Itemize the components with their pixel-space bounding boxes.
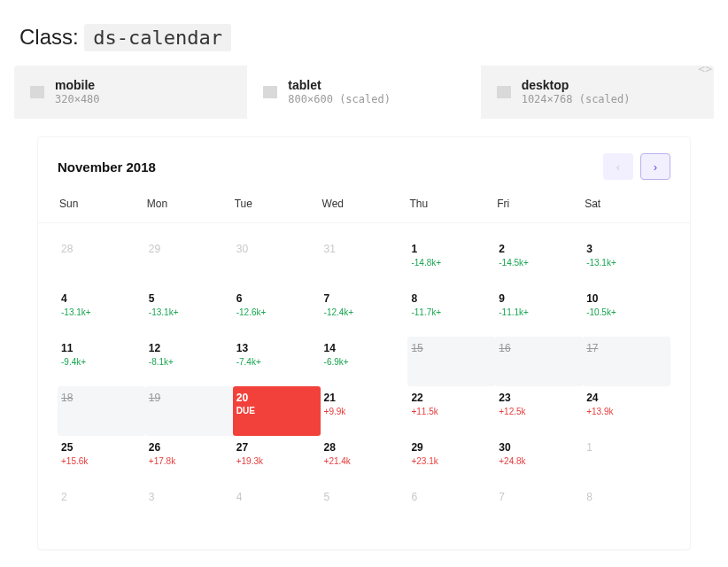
calendar-cell[interactable]: 3-13.1k+ (583, 237, 670, 287)
day-number: 30 (236, 243, 315, 255)
calendar-cell[interactable]: 23+12.5k (495, 386, 583, 436)
calendar-cell[interactable]: 11-9.4k+ (58, 337, 145, 386)
calendar-cell[interactable]: 5-13.1k+ (145, 287, 233, 337)
calendar-cell[interactable]: 15 (407, 337, 495, 386)
day-number: 25 (61, 441, 140, 454)
tab-dims: 1024×768 (scaled) (522, 93, 631, 107)
tab-dims: 320×480 (55, 93, 100, 107)
calendar-cell[interactable]: 16 (495, 337, 583, 386)
day-of-week-row: SunMonTueWedThuFriSat (38, 192, 690, 223)
calendar-cell[interactable]: 28 (58, 237, 145, 287)
calendar-cell[interactable]: 8 (583, 485, 670, 535)
calendar-cell[interactable]: 2 (58, 485, 145, 535)
cell-value: -11.1k+ (499, 307, 577, 318)
calendar-cell[interactable]: 8-11.7k+ (407, 287, 495, 337)
day-number: 6 (236, 292, 315, 305)
calendar-cell[interactable]: 2-14.5k+ (495, 237, 583, 287)
calendar-cell[interactable]: 20DUE (233, 386, 321, 436)
calendar-title: November 2018 (58, 159, 156, 175)
calendar-cell[interactable]: 30+24.8k (495, 436, 583, 485)
calendar-cell[interactable]: 18 (58, 386, 145, 436)
device-icon (30, 86, 44, 98)
day-number: 13 (236, 342, 315, 354)
calendar-cell[interactable]: 26+17.8k (145, 436, 233, 485)
calendar-cell[interactable]: 5 (321, 485, 408, 535)
calendar-cell[interactable]: 21+9.9k (321, 386, 408, 436)
day-number: 27 (236, 441, 315, 454)
calendar-cell[interactable]: 31 (321, 237, 408, 287)
calendar-cell[interactable]: 24+13.9k (583, 386, 670, 436)
cell-value: -10.5k+ (586, 307, 665, 318)
calendar-cell[interactable]: 4-13.1k+ (58, 287, 145, 337)
dow-label: Fri (495, 198, 583, 210)
cell-value: +21.4k (324, 455, 403, 467)
calendar-cell[interactable]: 9-11.1k+ (495, 287, 583, 337)
cell-value: -9.4k+ (61, 356, 140, 368)
tab-label: desktop (522, 78, 631, 93)
cell-value: -12.4k+ (324, 307, 403, 318)
cell-value: +9.9k (324, 406, 403, 417)
cell-value: +12.5k (499, 406, 577, 417)
calendar-cell[interactable]: 29+23.1k (407, 436, 495, 485)
tab-mobile[interactable]: mobile 320×480 (14, 66, 247, 119)
dow-label: Sun (58, 198, 145, 210)
device-icon (263, 86, 277, 98)
prev-month-button[interactable]: ‹ (603, 153, 633, 180)
day-number: 5 (324, 491, 403, 503)
day-number: 1 (411, 243, 490, 255)
calendar-grid: 282930311-14.8k+2-14.5k+3-13.1k+4-13.1k+… (38, 223, 690, 549)
dow-label: Thu (407, 198, 495, 210)
cell-value: +24.8k (499, 455, 577, 467)
calendar-cell[interactable]: 3 (145, 485, 233, 535)
calendar-cell[interactable]: 14-6.9k+ (321, 337, 408, 386)
day-number: 5 (149, 292, 228, 305)
cell-value: -8.1k+ (149, 356, 228, 368)
calendar-cell[interactable]: 12-8.1k+ (145, 337, 233, 386)
calendar-cell[interactable]: 19 (145, 386, 233, 436)
cell-value: -7.4k+ (236, 356, 315, 368)
day-number: 16 (499, 342, 577, 354)
calendar-cell[interactable]: 25+15.6k (58, 436, 145, 485)
calendar-cell[interactable]: 7-12.4k+ (321, 287, 408, 337)
calendar-cell[interactable]: 1-14.8k+ (407, 237, 495, 287)
day-number: 9 (499, 292, 577, 305)
chevron-left-icon: ‹ (616, 160, 620, 174)
day-number: 28 (324, 441, 403, 454)
calendar-cell[interactable]: 30 (233, 237, 321, 287)
cell-value: -14.8k+ (411, 257, 490, 268)
dow-label: Wed (321, 198, 408, 210)
tab-tablet[interactable]: tablet 800×600 (scaled) (247, 66, 480, 119)
calendar-cell[interactable]: 6 (407, 485, 495, 535)
calendar-cell[interactable]: 1 (583, 436, 670, 485)
day-number: 4 (61, 292, 140, 305)
calendar-cell[interactable]: 29 (145, 237, 233, 287)
cell-value: -6.9k+ (324, 356, 403, 368)
page-header: Class: ds-calendar (0, 0, 728, 66)
day-number: 3 (149, 491, 228, 503)
cell-value: -12.6k+ (236, 307, 315, 318)
cell-value: -13.1k+ (149, 307, 228, 318)
day-number: 12 (149, 342, 228, 354)
calendar-cell[interactable]: 28+21.4k (321, 436, 408, 485)
calendar-cell[interactable]: 17 (583, 337, 670, 386)
day-number: 19 (149, 392, 228, 404)
day-number: 20 (236, 392, 315, 404)
next-month-button[interactable]: › (640, 153, 670, 180)
calendar-cell[interactable]: 6-12.6k+ (233, 287, 321, 337)
day-number: 22 (411, 392, 490, 404)
day-number: 3 (586, 243, 665, 255)
calendar-cell[interactable]: 7 (495, 485, 583, 535)
cell-value: +15.6k (61, 455, 140, 467)
day-number: 8 (586, 491, 665, 503)
device-tabs: mobile 320×480 tablet 800×600 (scaled) d… (14, 66, 714, 119)
cell-value: -13.1k+ (61, 307, 140, 318)
day-number: 2 (499, 243, 577, 255)
calendar-cell[interactable]: 22+11.5k (407, 386, 495, 436)
code-toggle-icon[interactable]: <> (698, 62, 712, 75)
calendar-cell[interactable]: 10-10.5k+ (583, 287, 670, 337)
calendar-cell[interactable]: 27+19.3k (233, 436, 321, 485)
tab-desktop[interactable]: desktop 1024×768 (scaled) (481, 66, 714, 119)
day-number: 4 (236, 491, 315, 503)
calendar-cell[interactable]: 4 (233, 485, 321, 535)
calendar-cell[interactable]: 13-7.4k+ (233, 337, 321, 386)
